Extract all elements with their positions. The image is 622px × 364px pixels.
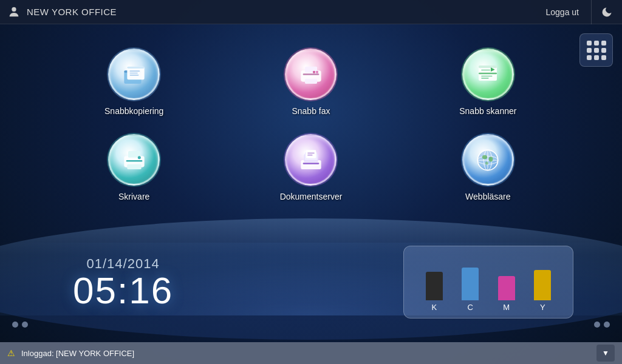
- dot-left-1: [12, 322, 18, 328]
- printer-icon-circle: [108, 134, 160, 186]
- ink-c-column: C: [462, 257, 479, 312]
- svg-rect-24: [126, 160, 142, 162]
- svg-rect-30: [307, 152, 315, 153]
- svg-rect-23: [127, 164, 141, 169]
- copy-label: Snabbkopiering: [104, 106, 163, 116]
- ink-y-bar: [534, 270, 551, 300]
- svg-rect-5: [129, 70, 140, 72]
- ink-m-bar-container: [498, 257, 515, 300]
- docserver-svg-icon: [296, 145, 326, 175]
- svg-rect-17: [481, 69, 490, 70]
- ink-y-column: Y: [534, 257, 551, 312]
- svg-rect-7: [129, 75, 138, 76]
- ink-k-bar: [426, 272, 443, 300]
- ink-k-bar-container: [426, 257, 443, 300]
- app-browser[interactable]: Webbläsare: [403, 128, 573, 207]
- apps-grid: Snabbkopiering Snabb fax: [49, 30, 573, 207]
- docserver-label: Dokumentserver: [280, 192, 343, 201]
- app-docserver[interactable]: Dokumentserver: [225, 128, 396, 207]
- svg-point-39: [482, 155, 487, 159]
- ink-y-bar-container: [534, 257, 551, 300]
- status-expand-button[interactable]: ▼: [596, 345, 615, 362]
- status-text: Inloggad: [NEW YORK OFFICE]: [21, 349, 590, 358]
- ink-panel: K C M Y: [403, 246, 573, 318]
- scanner-label: Snabb skanner: [459, 106, 516, 116]
- browser-label: Webbläsare: [465, 192, 510, 201]
- clock-area: 01/14/2014 05:16: [73, 256, 173, 309]
- status-bar: ⚠ Inloggad: [NEW YORK OFFICE] ▼: [0, 342, 622, 364]
- app-fax[interactable]: Snabb fax: [225, 42, 396, 122]
- ink-c-label: C: [468, 303, 473, 312]
- ink-c-bar-container: [462, 257, 479, 300]
- svg-rect-4: [127, 66, 144, 68]
- docserver-icon-circle: [285, 134, 337, 186]
- app-printer[interactable]: Skrivare: [49, 128, 219, 207]
- fax-svg-icon: [296, 59, 326, 90]
- bottom-dots-right: [594, 322, 610, 328]
- ink-m-label: M: [503, 303, 510, 312]
- svg-rect-18: [481, 75, 492, 76]
- svg-rect-31: [307, 154, 312, 155]
- svg-rect-9: [305, 66, 317, 72]
- svg-rect-11: [303, 73, 320, 75]
- svg-point-0: [12, 7, 16, 11]
- app-scanner[interactable]: Snabb skanner: [403, 42, 573, 122]
- ink-y-label: Y: [540, 303, 545, 312]
- warning-icon: ⚠: [7, 348, 15, 358]
- scanner-icon-circle: [462, 49, 514, 100]
- svg-point-41: [485, 161, 488, 164]
- night-mode-button[interactable]: [592, 0, 622, 24]
- copy-svg-icon: [119, 59, 149, 90]
- dot-right-1: [594, 322, 600, 328]
- bottom-dots-left: [12, 322, 28, 328]
- fax-icon-circle: [285, 49, 337, 100]
- svg-rect-19: [481, 78, 489, 79]
- svg-point-25: [137, 156, 140, 159]
- grid-menu-button[interactable]: [579, 33, 613, 67]
- header-bar: NEW YORK OFFICE Logga ut: [0, 0, 622, 24]
- svg-point-12: [316, 70, 318, 73]
- svg-point-40: [489, 157, 493, 161]
- svg-rect-16: [479, 72, 497, 74]
- ink-k-label: K: [431, 303, 437, 312]
- svg-rect-29: [306, 150, 316, 158]
- ink-m-column: M: [498, 257, 515, 312]
- scanner-svg-icon: [473, 59, 503, 90]
- ink-c-bar: [462, 268, 479, 300]
- svg-point-13: [313, 70, 315, 73]
- copy-icon-circle: [108, 49, 160, 100]
- ink-m-bar: [498, 276, 515, 300]
- svg-rect-10: [305, 78, 317, 83]
- browser-icon-circle: [462, 134, 514, 186]
- header-right: Logga ut: [534, 0, 623, 24]
- grid-icon: [587, 41, 606, 60]
- dot-left-2: [22, 322, 28, 328]
- ink-k-column: K: [426, 257, 443, 312]
- app-copy[interactable]: Snabbkopiering: [49, 42, 219, 122]
- fax-label: Snabb fax: [292, 106, 330, 116]
- printer-label: Skrivare: [118, 192, 149, 201]
- moon-icon: [601, 6, 613, 18]
- office-title: NEW YORK OFFICE: [27, 7, 117, 17]
- svg-rect-32: [303, 163, 320, 164]
- browser-svg-icon: [473, 145, 503, 175]
- printer-svg-icon: [119, 145, 149, 175]
- dot-right-2: [604, 322, 610, 328]
- header-left: NEW YORK OFFICE: [0, 5, 534, 19]
- svg-rect-15: [479, 66, 497, 68]
- logout-button[interactable]: Logga ut: [534, 0, 592, 24]
- svg-rect-6: [129, 72, 137, 73]
- user-icon: [7, 5, 21, 19]
- clock-time: 05:16: [73, 272, 173, 309]
